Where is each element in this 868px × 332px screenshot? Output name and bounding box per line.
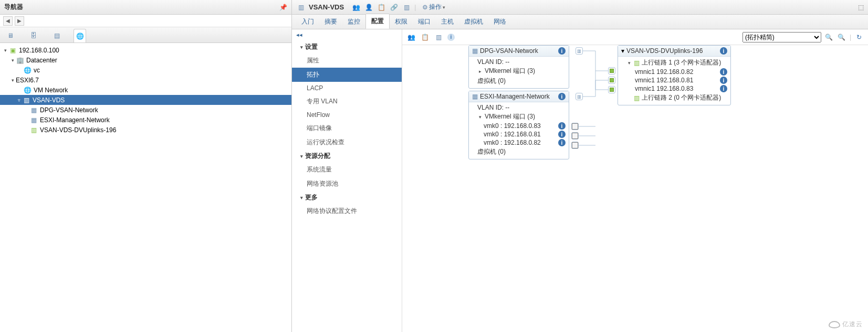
info-icon[interactable]: i <box>558 139 566 146</box>
info-icon[interactable]: i <box>720 68 727 76</box>
nic-item[interactable]: vmnic1 192.168.0.83 <box>635 85 693 92</box>
tab-vms[interactable]: 虚拟机 <box>459 15 488 29</box>
info-icon[interactable]: i <box>720 85 727 92</box>
sidebar-item-private-vlan[interactable]: 专用 VLAN <box>292 94 402 109</box>
info-icon[interactable]: i <box>447 34 455 41</box>
toolbar-icon-1[interactable]: 👥 <box>406 34 416 41</box>
topology-canvas[interactable]: ▦ DPG-VSAN-Network i VLAN ID: -- ▸VMkern… <box>402 45 868 332</box>
sidebar-section-settings[interactable]: 设置 <box>292 40 402 53</box>
sidebar-item-lacp[interactable]: LACP <box>292 82 402 94</box>
nic-item[interactable]: vmnic1 192.168.0.81 <box>635 77 693 84</box>
topology-card-mgmt[interactable]: ▦ ESXI-Managent-Network i VLAN ID: -- ▾V… <box>468 91 569 159</box>
uplink-label[interactable]: 上行链路 2 (0 个网卡适配器) <box>642 93 721 102</box>
vlan-label: VLAN ID: -- <box>477 104 509 111</box>
info-icon[interactable]: i <box>558 93 566 100</box>
portgroup-icon: ▦ <box>472 93 478 100</box>
sidebar-item-netprotocol[interactable]: 网络协议配置文件 <box>292 204 402 218</box>
info-icon[interactable]: i <box>720 47 727 55</box>
sidebar-item-network-pool[interactable]: 网络资源池 <box>292 177 402 191</box>
info-icon[interactable]: i <box>558 122 566 130</box>
tree-label: ESXI6.7 <box>16 77 39 84</box>
vlan-label: VLAN ID: -- <box>477 58 509 66</box>
topology-card-uplinks[interactable]: ▾ VSAN-VDS-DVUplinks-196 i ▾▥上行链路 1 (3 个… <box>618 45 731 105</box>
storage-view-icon[interactable]: ▤ <box>50 29 63 42</box>
toolbar-icon-2[interactable]: 📋 <box>420 34 430 41</box>
tree-node-uplinks[interactable]: ▥ VSAN-VDS-DVUplinks-196 <box>0 125 291 135</box>
actions-menu[interactable]: ⚙ 操作 ▾ <box>422 3 445 12</box>
navigator-title: 导航器 <box>4 3 23 12</box>
tab-hosts[interactable]: 主机 <box>436 15 459 29</box>
chevron-down-icon[interactable]: ▾ <box>621 47 624 55</box>
tree-node-vmnetwork[interactable]: 🌐 VM Network <box>0 85 291 95</box>
tab-ports[interactable]: 端口 <box>413 15 436 29</box>
networking-view-icon[interactable]: 🌐 <box>74 29 86 42</box>
nav-back-button[interactable]: ◀ <box>3 16 13 26</box>
tree-label: vc <box>34 67 40 74</box>
tab-summary[interactable]: 摘要 <box>319 15 342 29</box>
pin-icon[interactable]: 📌 <box>279 4 287 11</box>
vmk-item[interactable]: vmk0 : 192.168.0.83 <box>484 122 541 130</box>
tab-monitor[interactable]: 监控 <box>342 15 365 29</box>
action-icon-1[interactable]: 👥 <box>351 4 361 11</box>
card-header: ▦ ESXI-Managent-Network i <box>469 91 569 102</box>
info-icon[interactable]: i <box>720 77 727 84</box>
sidebar-item-netflow[interactable]: NetFlow <box>292 109 402 121</box>
vcenter-icon: ▣ <box>8 46 17 55</box>
tab-configure[interactable]: 配置 <box>365 14 390 29</box>
watermark: 亿速云 <box>829 320 863 329</box>
sidebar-collapse-button[interactable]: ◂◂ <box>292 29 402 40</box>
search-icon[interactable]: 🔍 <box>824 34 834 41</box>
nav-forward-button[interactable]: ▶ <box>15 16 24 26</box>
tree-node-dpg[interactable]: ▦ DPG-VSAN-Network <box>0 105 291 115</box>
action-icon-4[interactable]: 🔗 <box>389 4 399 11</box>
topology-filter-select[interactable]: (拓扑精简) <box>742 32 821 42</box>
tree-node-datacenter[interactable]: ▾ 🏢 Datacenter <box>0 55 291 65</box>
refresh-icon[interactable]: ↻ <box>854 34 864 41</box>
info-icon[interactable]: i <box>558 131 566 138</box>
vmk-item[interactable]: vmk0 : 192.168.0.82 <box>484 139 541 146</box>
vmk-item[interactable]: vmk0 : 192.168.0.81 <box>484 131 541 138</box>
tree-label: DPG-VSAN-Network <box>40 106 98 114</box>
topology-card-dpg[interactable]: ▦ DPG-VSAN-Network i VLAN ID: -- ▸VMkern… <box>468 45 569 89</box>
sidebar-item-system-traffic[interactable]: 系统流量 <box>292 163 402 177</box>
vms-label: 虚拟机 (0) <box>477 147 506 156</box>
tree-node-vsan-vds[interactable]: ▿ ▥ VSAN-VDS <box>0 95 291 105</box>
action-icon-3[interactable]: 📋 <box>377 4 386 11</box>
sidebar-item-port-mirror[interactable]: 端口镜像 <box>292 121 402 135</box>
tab-permissions[interactable]: 权限 <box>390 15 413 29</box>
toolbar-icon-3[interactable]: ▥ <box>434 34 443 41</box>
uplink-nic-icon: ▥ <box>634 59 640 67</box>
tree-node-vcenter[interactable]: ▾ ▣ 192.168.0.100 <box>0 45 291 55</box>
filter-icon[interactable]: 🔍 <box>837 34 846 41</box>
action-icon-5[interactable]: ▥ <box>402 4 411 11</box>
card-body: VLAN ID: -- ▸VMkernel 端口 (3) 虚拟机 (0) <box>469 57 569 88</box>
hosts-view-icon[interactable]: 🖥 <box>4 29 17 42</box>
maximize-icon[interactable]: ⬚ <box>858 4 864 11</box>
sidebar-section-more[interactable]: 更多 <box>292 191 402 204</box>
sidebar-section-resource[interactable]: 资源分配 <box>292 149 402 163</box>
vmk-label[interactable]: VMkernel 端口 (3) <box>485 67 535 76</box>
tab-networks[interactable]: 网络 <box>488 15 511 29</box>
tree-label: 192.168.0.100 <box>19 47 59 54</box>
nic-item[interactable]: vmnic1 192.168.0.82 <box>635 68 693 76</box>
inventory-tree: ▾ ▣ 192.168.0.100 ▾ 🏢 Datacenter 🌐 vc ▾ … <box>0 43 291 332</box>
portgroup-icon: ▦ <box>472 47 478 55</box>
sidebar-item-properties[interactable]: 属性 <box>292 53 402 68</box>
uplink-label[interactable]: 上行链路 1 (3 个网卡适配器) <box>642 58 721 67</box>
action-icon-2[interactable]: 👤 <box>364 4 373 11</box>
info-icon[interactable]: i <box>558 47 566 55</box>
vms-view-icon[interactable]: 🗄 <box>27 29 40 42</box>
sidebar-item-topology[interactable]: 拓扑 <box>292 68 402 82</box>
navigator-panel: 导航器 📌 ◀ ▶ 🖥 🗄 ▤ 🌐 ▾ ▣ 192.168.0.100 ▾ 🏢 … <box>0 0 292 332</box>
actions-label: 操作 <box>429 3 442 12</box>
tree-node-esxi[interactable]: ▾ ESXI6.7 <box>0 75 291 85</box>
tree-node-mgmt[interactable]: ▦ ESXI-Managent-Network <box>0 115 291 125</box>
vmk-header[interactable]: VMkernel 端口 (3) <box>485 112 535 121</box>
tree-label: VSAN-VDS <box>33 97 65 104</box>
tree-label: VM Network <box>34 87 68 94</box>
content-panel: ▥ VSAN-VDS 👥 👤 📋 🔗 ▥ | ⚙ 操作 ▾ ⬚ 入门 摘要 监控… <box>292 0 868 332</box>
tab-getting-started[interactable]: 入门 <box>296 15 319 29</box>
datacenter-icon: 🏢 <box>16 56 24 65</box>
tree-node-vc[interactable]: 🌐 vc <box>0 65 291 75</box>
sidebar-item-health-check[interactable]: 运行状况检查 <box>292 135 402 149</box>
